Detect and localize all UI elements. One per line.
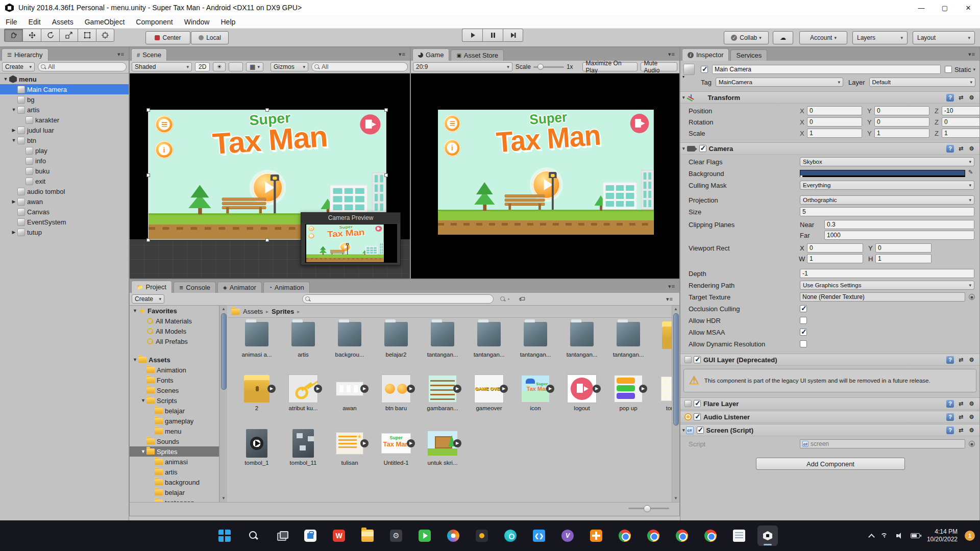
help-icon[interactable]: ? [946, 356, 954, 364]
project-tree-animation[interactable]: Animation [130, 365, 219, 375]
taskbar-icon-photos[interactable] [443, 525, 463, 546]
expand-arrow-icon[interactable]: ▼ [132, 357, 138, 362]
search-by-label-icon[interactable]: 🏷 [516, 294, 528, 304]
menu-gameobject[interactable]: GameObject [79, 18, 131, 26]
position-x-field[interactable]: 0 [807, 106, 862, 115]
selection-handle[interactable] [265, 108, 269, 112]
allow-msaa-checkbox[interactable] [800, 329, 807, 336]
project-tree-artis[interactable]: artis [130, 467, 219, 477]
scene-effects-dropdown[interactable]: ▦▾ [246, 62, 263, 71]
hierarchy-item-karakter[interactable]: karakter [0, 115, 129, 125]
menu-component[interactable]: Component [130, 18, 178, 26]
project-tree-scripts[interactable]: ▼Scripts [130, 395, 219, 406]
taskbar-icon-unity[interactable] [757, 525, 778, 546]
hierarchy-item-eventsystem[interactable]: EventSystem [0, 217, 129, 227]
expand-arrow-icon[interactable]: ▼ [140, 398, 146, 403]
search-by-type-icon[interactable]: ◦ [497, 294, 512, 304]
gameobject-name-field[interactable]: Main Camera [712, 65, 941, 74]
asset-logout[interactable]: ▶logout [559, 374, 605, 411]
asset-btn-baru[interactable]: ▶btn baru [373, 374, 419, 411]
asset-2[interactable]: ▶2 [234, 374, 280, 411]
menu-window[interactable]: Window [179, 18, 215, 26]
hierarchy-item-exit[interactable]: exit [0, 176, 129, 186]
notification-badge[interactable]: 1 [965, 531, 975, 541]
project-tree-tantangan[interactable]: tantangan [130, 497, 219, 502]
pause-button[interactable] [482, 29, 503, 42]
project-tree-favorites[interactable]: ▼★Favorites [130, 306, 219, 316]
presets-icon[interactable]: ⇄ [957, 94, 965, 102]
hierarchy-item-play[interactable]: play [0, 145, 129, 156]
project-tree-fonts[interactable]: Fonts [130, 375, 219, 385]
tray-chevron-icon[interactable] [869, 533, 874, 538]
hierarchy-item-audio-tombol[interactable]: audio tombol [0, 186, 129, 196]
presets-icon[interactable]: ⇄ [957, 427, 965, 434]
asset-tantangan-[interactable]: tantangan... [512, 321, 558, 358]
projection-dropdown[interactable]: Orthographic▾ [800, 195, 974, 205]
move-tool-button[interactable] [22, 29, 41, 42]
menu-help[interactable]: Help [215, 18, 241, 26]
scene-2d-toggle[interactable]: 2D [195, 62, 210, 71]
asset-untitled-1[interactable]: SuperTax Man▶Untitled-1 [373, 429, 419, 466]
asset-backgrou-[interactable]: backgrou... [327, 321, 373, 358]
hierarchy-create-dropdown[interactable]: Create▾ [2, 62, 35, 71]
close-button[interactable]: ✕ [957, 0, 980, 15]
hierarchy-item-bg[interactable]: bg [0, 94, 129, 105]
gear-icon[interactable]: ⚙ [968, 400, 975, 408]
size-field[interactable]: 5 [800, 207, 974, 216]
rendering-path-dropdown[interactable]: Use Graphics Settings▾ [800, 281, 974, 290]
gear-icon[interactable]: ⚙ [968, 94, 975, 102]
hierarchy-item-awan[interactable]: ▶awan [0, 196, 129, 207]
taskbar-icon-explorer[interactable] [357, 525, 378, 546]
project-tabs-menu-icon[interactable]: ▾≡ [668, 283, 679, 293]
gameobject-icon[interactable]: ▾ [683, 64, 697, 77]
project-tree-belajar[interactable]: belajar [130, 406, 219, 416]
rotation-z-field[interactable]: 0 [942, 117, 979, 127]
mute-audio-toggle[interactable]: Mute Audio [641, 62, 677, 71]
project-grid-scrollbar[interactable]: ▲ ▼ [672, 306, 679, 502]
object-picker-icon[interactable]: ◉ [969, 294, 975, 300]
help-icon[interactable]: ? [946, 427, 954, 434]
menu-file[interactable]: File [0, 18, 23, 26]
hierarchy-item-menu[interactable]: ▼menu [0, 74, 129, 84]
asset-1[interactable]: ▶1 [652, 321, 672, 358]
help-icon[interactable]: ? [946, 94, 954, 102]
taskbar-icon-search[interactable] [243, 525, 263, 546]
tab-scene[interactable]: #Scene [131, 48, 167, 61]
occlusion-culling-checkbox[interactable] [800, 305, 807, 312]
hierarchy-item-judul-luar[interactable]: ▶judul luar [0, 125, 129, 135]
play-button[interactable] [462, 29, 482, 42]
taskbar-icon-green[interactable] [414, 525, 435, 546]
viewport-y-field[interactable]: 0 [875, 243, 932, 253]
asset-tantangan-[interactable]: tantangan... [420, 321, 465, 358]
selection-handle[interactable] [265, 238, 269, 242]
tab-inspector[interactable]: iInspector [682, 48, 729, 61]
menu-edit[interactable]: Edit [23, 18, 46, 26]
asset-tombol[interactable]: ▶tombol [652, 374, 672, 411]
object-picker-icon[interactable]: ◉ [969, 441, 975, 447]
rotate-tool-button[interactable] [41, 29, 59, 42]
scene-gizmos-dropdown[interactable]: Gizmos▾ [271, 62, 308, 71]
asset-icon[interactable]: SuperTax Man▶icon [512, 374, 558, 411]
expand-arrow-icon[interactable]: ▶ [10, 128, 17, 133]
flare-layer-header[interactable]: Flare Layer ?⇄⚙ [680, 397, 979, 410]
near-field[interactable]: 0.3 [824, 220, 974, 229]
expand-arrow-icon[interactable]: ▼ [132, 308, 138, 313]
viewport-w-field[interactable]: 1 [807, 254, 863, 263]
transform-header[interactable]: ▾ Transform ?⇄⚙ [680, 91, 979, 104]
allow-dynamic-resolution-checkbox[interactable] [800, 340, 807, 347]
asset-pop-up[interactable]: ▶pop up [605, 374, 651, 411]
layer-dropdown[interactable]: Default▾ [869, 78, 976, 87]
asset-belajar2[interactable]: belajar2 [373, 321, 419, 358]
presets-icon[interactable]: ⇄ [957, 413, 965, 421]
scale-z-field[interactable]: 1 [942, 129, 979, 138]
help-icon[interactable]: ? [946, 400, 954, 408]
screen-script-header[interactable]: ▾ c# Screen (Script) ?⇄⚙ [680, 424, 979, 436]
sprite-expand-arrow-icon[interactable]: ▶ [593, 385, 601, 393]
target-texture-field[interactable]: None (Render Texture) [800, 292, 965, 302]
gear-icon[interactable]: ⚙ [968, 356, 975, 364]
menu-assets[interactable]: Assets [46, 18, 79, 26]
script-field[interactable]: c#screen [800, 439, 965, 448]
camera-header[interactable]: ▾ Camera ?⇄⚙ [680, 142, 979, 155]
scene-search-input[interactable]: All [311, 62, 408, 71]
scale-tool-button[interactable] [59, 29, 78, 42]
